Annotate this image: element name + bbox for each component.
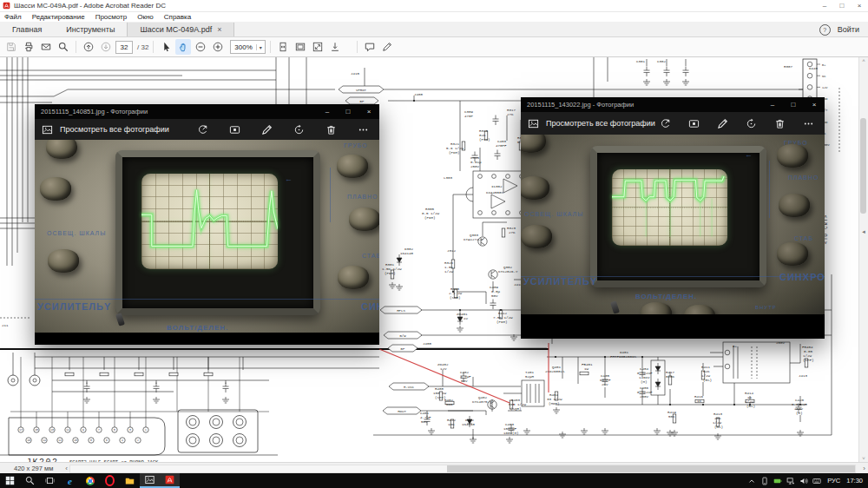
edit-button[interactable] [717, 118, 728, 129]
panel-collapse-icon[interactable]: ◄ [859, 229, 868, 234]
photo-thumbnail-icon [42, 124, 53, 135]
pin-circle [807, 85, 812, 90]
share-button[interactable] [660, 118, 671, 129]
schematic-label: C301 [636, 60, 646, 63]
letterbox-bar [521, 314, 825, 339]
schematic-label: 0.05 [804, 350, 813, 353]
zoom-in-button[interactable] [210, 39, 226, 55]
fit-page-button[interactable] [293, 39, 308, 55]
chrome-icon[interactable] [80, 473, 100, 488]
view-all-photos-button[interactable]: Просмотреть все фотографии [546, 119, 655, 128]
schematic-label: Q303 [470, 234, 479, 237]
menu-help[interactable]: Справка [160, 13, 195, 21]
schematic-label: R317 [507, 109, 516, 112]
scroll-left-icon[interactable]: ‹ [65, 465, 68, 472]
device-icon[interactable] [760, 477, 769, 485]
see-more-button[interactable] [803, 118, 814, 129]
delete-button[interactable] [774, 118, 786, 129]
view-all-photos-button[interactable]: Просмотреть все фотографии [60, 125, 169, 134]
acrobat-menu-bar: Файл Редактирование Просмотр Окно Справк… [0, 12, 868, 23]
panel-line [330, 168, 331, 222]
schematic-label: C403 [505, 423, 515, 426]
sign-in-link[interactable]: Войти [838, 25, 859, 34]
internet-explorer-icon[interactable]: e [60, 473, 80, 488]
edit-button[interactable] [261, 124, 273, 135]
print-button[interactable] [21, 39, 36, 55]
panel-line [35, 299, 379, 300]
minimize-button[interactable]: – [816, 0, 833, 11]
email-button[interactable] [38, 39, 54, 55]
slideshow-button[interactable] [229, 124, 240, 135]
fullscreen-button[interactable] [310, 39, 326, 55]
scart-pins: 1715131197531161412108642 [8, 357, 269, 447]
page-number-input[interactable]: 32 [115, 41, 133, 54]
horizontal-scrollbar[interactable] [69, 465, 856, 473]
photos-app-icon[interactable] [140, 473, 160, 488]
rotate-button[interactable] [293, 124, 305, 135]
acrobat-app-taskbar-icon[interactable] [160, 473, 180, 488]
search-button[interactable] [56, 39, 71, 55]
show-hidden-icons-chevron[interactable] [747, 477, 756, 485]
save-button[interactable] [3, 39, 19, 55]
schematic-label: R323 [507, 227, 516, 230]
close-button[interactable]: × [804, 97, 825, 112]
scroll-right-icon[interactable]: › [863, 465, 865, 472]
taskbar-search-icon[interactable] [20, 473, 40, 488]
zoom-level-select[interactable]: 300% ▾ [230, 40, 265, 54]
schematic-label: KTC4075-Y [472, 400, 492, 404]
tab-tools[interactable]: Инструменты [54, 23, 127, 36]
comment-button[interactable] [362, 39, 378, 55]
minimize-button[interactable]: – [762, 97, 783, 112]
start-button[interactable] [0, 473, 20, 488]
share-button[interactable] [197, 124, 208, 135]
menu-view[interactable]: Просмотр [91, 13, 132, 21]
scrolling-mode-button[interactable] [327, 39, 343, 55]
file-explorer-icon[interactable] [120, 473, 140, 488]
scroll-up-icon[interactable]: ˄ [859, 58, 868, 63]
next-page-button[interactable] [98, 39, 114, 55]
svg-text:H-VCC: H-VCC [404, 386, 415, 389]
select-tool-button[interactable] [158, 39, 174, 55]
delete-button[interactable] [326, 124, 337, 135]
fit-width-button[interactable] [275, 39, 291, 55]
tab-home[interactable]: Главная [0, 23, 54, 36]
vertical-scrollbar-thumb[interactable] [860, 118, 866, 214]
fill-sign-button[interactable] [379, 39, 395, 55]
vertical-scrollbar[interactable]: ˄ ◄ ˅ [858, 57, 868, 462]
panel-arrow: ← [285, 175, 293, 183]
tab-document[interactable]: Шасси MC-049A.pdf × [127, 23, 234, 36]
volume-icon[interactable] [799, 477, 808, 485]
language-indicator[interactable]: РУС [827, 477, 840, 485]
minimize-button[interactable]: – [317, 104, 338, 119]
maximize-button[interactable]: □ [338, 104, 358, 119]
task-view-button[interactable] [40, 473, 60, 488]
schematic-label: (SQH) [510, 407, 522, 411]
touch-keyboard-icon[interactable] [812, 477, 821, 485]
scroll-down-icon[interactable]: ˅ [859, 456, 868, 461]
maximize-button[interactable]: □ [783, 97, 804, 112]
menu-edit[interactable]: Редактирование [28, 13, 89, 21]
schematic-label: 2KV [602, 383, 608, 386]
battery-icon[interactable] [773, 477, 782, 485]
close-button[interactable]: × [851, 0, 868, 11]
see-more-button[interactable] [358, 124, 369, 135]
schematic-label: 560 [446, 403, 453, 406]
opera-icon[interactable] [100, 473, 120, 488]
menu-file[interactable]: Файл [0, 13, 26, 21]
network-icon[interactable] [786, 477, 795, 485]
menu-window[interactable]: Окно [133, 13, 158, 21]
scope-panel-label: СИНХРОНИ [779, 272, 825, 282]
maximize-button[interactable]: □ [833, 0, 851, 11]
close-button[interactable]: × [358, 104, 379, 119]
previous-page-button[interactable] [81, 39, 96, 55]
schematic-label: FR404 [802, 346, 813, 349]
rotate-button[interactable] [746, 118, 757, 129]
zoom-out-button[interactable] [193, 39, 208, 55]
horizontal-scrollbar-thumb[interactable] [447, 465, 855, 472]
tab-close-icon[interactable]: × [217, 25, 221, 34]
hand-tool-button[interactable] [175, 39, 191, 55]
clock[interactable]: 17:30 [846, 477, 863, 485]
schematic-label: R412 [498, 312, 508, 315]
help-icon[interactable]: ? [819, 24, 831, 36]
slideshow-button[interactable] [688, 118, 700, 129]
